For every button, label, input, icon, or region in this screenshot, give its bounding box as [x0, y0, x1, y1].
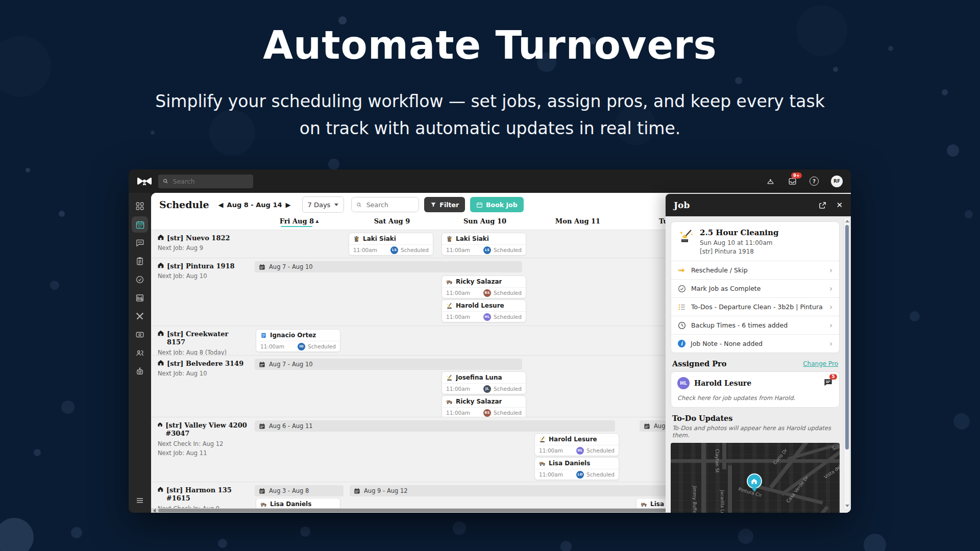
stay-bar[interactable]: Aug 3 - Aug 8 — [255, 485, 344, 496]
job-card[interactable]: Harold Lesure 11:00am HL Scheduled — [442, 299, 526, 322]
job-card[interactable]: Ricky Salazar 11:00am RS Scheduled — [442, 395, 526, 417]
sidebar-item-payments[interactable] — [135, 330, 145, 340]
stay-bar[interactable]: Aug 9 - Aug 12 — [350, 485, 717, 496]
trash-job-icon — [446, 236, 453, 242]
property-cell[interactable]: [str] Belvedere 3149 Next Job: Aug 10 — [151, 356, 253, 417]
stay-bar-label: Aug 7 - Aug 10 — [269, 263, 313, 270]
next-week-button[interactable]: ▶ — [286, 201, 291, 209]
pro-avatar: HL — [677, 377, 690, 389]
job-panel: Job ✕ 2.5 Hou — [666, 194, 851, 513]
sidebar-item-messages[interactable] — [135, 238, 145, 248]
job-location-map[interactable]: Clayton St Jimmy Buffet St Jacarilla Ln … — [671, 443, 840, 513]
job-card[interactable]: Laki Siaki 11:00am LS Scheduled — [349, 233, 433, 256]
job-pro-name: Laki Siaki — [363, 235, 396, 242]
job-pro-name: Ignacio Ortez — [270, 332, 316, 339]
job-status: Scheduled — [494, 290, 522, 296]
job-card[interactable]: Josefina Luna 11:00am JL Scheduled — [442, 371, 526, 394]
cleaning-job-icon — [446, 303, 453, 309]
job-card[interactable]: Lisa Daniels 11:00am LD Scheduled — [534, 457, 619, 480]
panel-scrollbar[interactable] — [844, 217, 850, 510]
global-search-input[interactable] — [172, 177, 249, 186]
service-bell-icon[interactable] — [765, 176, 775, 186]
job-card[interactable]: Ricky Salazar 11:00am RS Scheduled — [442, 276, 526, 298]
sidebar-item-assistant[interactable] — [135, 366, 145, 377]
filter-button[interactable]: Filter — [424, 197, 465, 212]
scroll-left-arrow-icon[interactable] — [153, 509, 156, 513]
mark-complete-action[interactable]: Mark Job as Complete › — [671, 279, 839, 297]
trash-job-icon — [353, 236, 360, 242]
house-icon — [158, 486, 163, 492]
job-pro-name: Lisa Daniels — [549, 460, 590, 467]
reschedule-skip-action[interactable]: Reschedule / Skip › — [671, 261, 839, 279]
property-name: [str] Creekwater 8157 — [167, 330, 249, 347]
close-icon[interactable]: ✕ — [836, 202, 843, 209]
sidebar-item-checklists[interactable] — [135, 256, 145, 266]
inbox-icon[interactable]: 9+ — [787, 176, 797, 186]
job-card[interactable]: Ignacio Ortez 11:00am IO Scheduled — [256, 329, 340, 352]
job-panel-title: Job — [674, 200, 690, 210]
global-search[interactable] — [158, 174, 253, 188]
property-next-job: Next Job: Aug 8 (Today) — [158, 349, 249, 356]
filter-icon — [430, 202, 436, 208]
search-icon — [163, 178, 168, 184]
help-icon[interactable]: ? — [809, 176, 819, 186]
stay-bar[interactable]: Aug 7 - Aug 10 — [255, 261, 522, 272]
todos-action[interactable]: To-Dos - Departure Clean - 3b2b | Pintur… — [671, 297, 839, 316]
job-pro-name: Ricky Salazar — [456, 278, 502, 285]
job-card[interactable]: Harold Lesure 11:00am HL Scheduled — [534, 433, 619, 456]
share-icon[interactable] — [818, 201, 827, 210]
sidebar-menu-icon[interactable] — [135, 495, 145, 506]
app-topbar: 9+ ? RF — [129, 169, 851, 193]
pro-avatar-badge: LS — [390, 246, 398, 254]
sidebar-item-team[interactable] — [135, 348, 145, 358]
property-cell[interactable]: [str] Creekwater 8157 Next Job: Aug 8 (T… — [151, 326, 253, 355]
clock-icon — [678, 321, 686, 330]
column-header-sun[interactable]: Sun Aug 10 — [457, 217, 513, 225]
scroll-down-arrow-icon[interactable] — [845, 505, 849, 507]
panel-scrollbar-thumb[interactable] — [845, 225, 849, 449]
sidebar-item-maintenance[interactable] — [135, 311, 145, 321]
property-next-job: Next Job: Aug 10 — [158, 272, 249, 280]
job-panel-header: Job ✕ — [666, 194, 851, 216]
page-title: Automate Turnovers — [0, 22, 980, 68]
job-time: 11:00am — [446, 386, 470, 392]
user-avatar[interactable]: RF — [831, 176, 843, 187]
column-header-sat[interactable]: Sat Aug 9 — [364, 217, 420, 225]
sort-asc-icon: ▲ — [315, 218, 318, 223]
house-icon — [158, 360, 164, 366]
house-icon — [158, 262, 164, 268]
schedule-search-input[interactable] — [365, 201, 414, 209]
chevron-right-icon: › — [829, 321, 832, 330]
job-pro-name: Harold Lesure — [456, 302, 504, 309]
property-next-job: Next Job: Aug 9 — [158, 244, 249, 252]
job-card[interactable]: Laki Siaki 11:00am LS Scheduled — [442, 233, 526, 256]
sidebar-item-calendar[interactable] — [132, 216, 148, 233]
truck-job-icon — [260, 501, 267, 508]
column-header-fri[interactable]: Fri Aug 8▲ — [271, 217, 327, 225]
property-cell[interactable]: [str] Pintura 1918 Next Job: Aug 10 — [151, 258, 253, 325]
map-pin-icon — [747, 473, 762, 492]
schedule-search[interactable] — [351, 197, 419, 212]
view-select[interactable]: 7 Days — [302, 196, 345, 213]
sidebar-item-properties[interactable] — [135, 293, 145, 303]
book-job-button[interactable]: Book Job — [470, 197, 524, 212]
chat-unread-badge: 5 — [829, 374, 837, 380]
assigned-pro-card[interactable]: HL Harold Lesure 5 Check here for job up… — [671, 371, 840, 408]
stay-bar[interactable]: Aug 7 - Aug 10 — [255, 359, 522, 370]
stay-bar-label: Aug 9 - Aug 12 — [364, 487, 408, 494]
scroll-up-arrow-icon[interactable] — [845, 220, 849, 222]
job-pro-name: Harold Lesure — [549, 436, 597, 443]
property-cell[interactable]: [str] Valley View 4200 #3047 Next Check … — [151, 417, 253, 482]
change-pro-link[interactable]: Change Pro — [803, 360, 838, 367]
prev-week-button[interactable]: ◀ — [218, 201, 224, 209]
horizontal-scrollbar-thumb[interactable] — [158, 509, 669, 512]
stay-bar[interactable]: Aug 6 - Aug 11 — [255, 420, 615, 432]
date-range-label: Aug 8 - Aug 14 — [227, 201, 282, 209]
sidebar-item-dashboard[interactable] — [135, 201, 145, 211]
sidebar-item-tasks[interactable] — [135, 274, 145, 285]
property-cell[interactable]: [str] Nuevo 1822 Next Job: Aug 9 — [151, 230, 253, 258]
column-header-mon[interactable]: Mon Aug 11 — [550, 217, 606, 225]
chat-icon[interactable]: 5 — [823, 378, 833, 389]
backup-times-action[interactable]: Backup Times - 6 times added › — [671, 316, 839, 334]
job-note-action[interactable]: i Job Note - None added › — [671, 334, 839, 353]
